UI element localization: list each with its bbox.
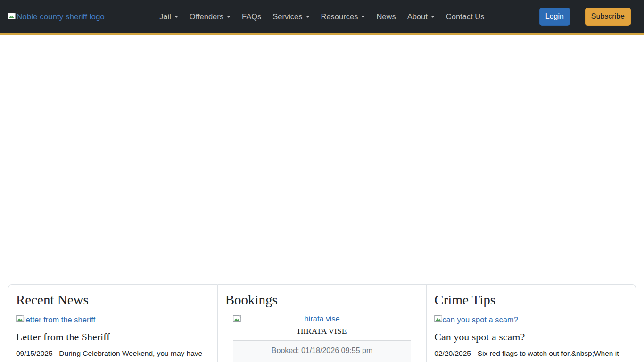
nav-item-label: News xyxy=(376,12,396,21)
crime-tips-headline: Can you spot a scam? xyxy=(434,331,628,343)
recent-news-title: Recent News xyxy=(16,292,210,308)
crime-tips-excerpt: 02/20/2025 - Six red flags to watch out … xyxy=(434,348,628,362)
recent-news-image-link[interactable]: letter from the sheriff xyxy=(24,314,95,325)
broken-image-icon xyxy=(16,314,24,325)
hero-empty-area xyxy=(0,35,644,284)
crime-tips-image-link[interactable]: can you spot a scam? xyxy=(442,314,518,325)
chevron-down-icon xyxy=(361,16,365,18)
booking-person-name: HIRATA VISE xyxy=(233,326,412,336)
recent-news-headline: Letter from the Sheriff xyxy=(16,331,210,343)
site-logo-link[interactable]: Noble county sheriff logo xyxy=(8,12,105,22)
nav-item-label: Contact Us xyxy=(446,12,485,21)
nav-item-label: Resources xyxy=(321,12,358,21)
nav-item-jail[interactable]: Jail xyxy=(154,8,184,25)
recent-news-excerpt: 09/15/2025 - During Celebration Weekend,… xyxy=(16,348,210,362)
chevron-down-icon xyxy=(227,16,231,18)
booking-image-row: hirata vise xyxy=(233,314,412,325)
subscribe-button[interactable]: Subscribe xyxy=(585,8,631,25)
nav-item-resources[interactable]: Resources xyxy=(315,8,371,25)
nav-item-about[interactable]: About xyxy=(402,8,440,25)
crime-tips-image-row: can you spot a scam? xyxy=(434,314,628,325)
nav-item-services[interactable]: Services xyxy=(267,8,315,25)
crime-tips-card: Crime Tips can you spot a scam? Can you … xyxy=(427,284,636,362)
booking-date-row: Booked: 01/18/2026 09:55 pm xyxy=(233,340,412,362)
nav-item-news[interactable]: News xyxy=(371,8,401,25)
nav-item-contact-us[interactable]: Contact Us xyxy=(440,8,490,25)
booking-image-link[interactable]: hirata vise xyxy=(304,314,339,323)
chevron-down-icon xyxy=(431,16,435,18)
broken-image-icon xyxy=(233,315,241,324)
recent-news-card: Recent News letter from the sheriff Lett… xyxy=(8,284,218,362)
broken-image-icon xyxy=(8,12,16,22)
booking-entry: hirata vise HIRATA VISE Booked: 01/18/20… xyxy=(233,314,412,362)
bookings-card: Bookings hirata vise HIRATA VISE Booked:… xyxy=(218,284,427,362)
login-button[interactable]: Login xyxy=(539,8,570,25)
recent-news-image-row: letter from the sheriff xyxy=(16,314,210,325)
bottom-cards-row: Recent News letter from the sheriff Lett… xyxy=(8,284,636,362)
nav-item-faqs[interactable]: FAQs xyxy=(236,8,267,25)
nav-item-label: FAQs xyxy=(242,12,261,21)
crime-tips-title: Crime Tips xyxy=(434,292,628,308)
broken-image-icon xyxy=(434,314,442,325)
chevron-down-icon xyxy=(306,16,310,18)
navbar-actions: Login Subscribe xyxy=(539,8,631,25)
bookings-title: Bookings xyxy=(225,292,419,308)
nav-item-label: Services xyxy=(272,12,302,21)
top-navbar: Noble county sheriff logo Jail Offenders… xyxy=(0,0,644,35)
nav-item-offenders[interactable]: Offenders xyxy=(184,8,236,25)
chevron-down-icon xyxy=(174,16,178,18)
nav-item-label: About xyxy=(407,12,428,21)
nav-item-label: Offenders xyxy=(190,12,223,21)
nav-item-label: Jail xyxy=(159,12,171,21)
main-navigation: Jail Offenders FAQs Services Resources N… xyxy=(105,8,539,25)
site-logo-alt-text: Noble county sheriff logo xyxy=(17,12,105,22)
